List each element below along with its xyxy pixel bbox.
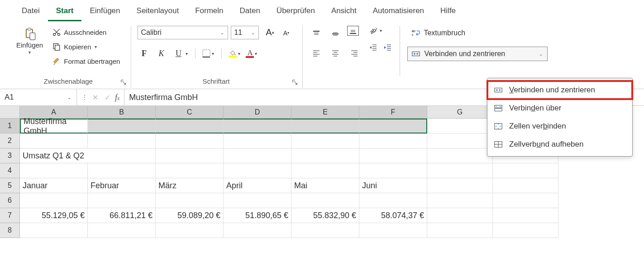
column-header-G[interactable]: G xyxy=(427,106,493,119)
cell-F1[interactable] xyxy=(359,119,427,134)
orientation-button[interactable]: ab ▾ xyxy=(369,26,392,35)
italic-button[interactable]: K xyxy=(155,47,167,60)
font-color-button[interactable]: A ▾ xyxy=(246,49,258,58)
copy-dropdown-caret[interactable]: ▾ xyxy=(94,44,98,49)
tab-start[interactable]: Start xyxy=(48,4,82,21)
cell-F5[interactable]: Juni xyxy=(359,178,427,193)
cell-F4[interactable] xyxy=(359,163,427,178)
copy-button[interactable]: Kopieren ▾ xyxy=(49,41,123,52)
tab-ansicht[interactable]: Ansicht xyxy=(323,4,365,21)
decrease-indent-button[interactable] xyxy=(369,43,378,53)
row-header-1[interactable]: 1 xyxy=(0,119,20,134)
font-size-select[interactable]: 11 ⌄ xyxy=(231,26,259,39)
tab-automatisieren[interactable]: Automatisieren xyxy=(365,4,432,21)
align-middle-button[interactable] xyxy=(328,26,343,42)
cell-F3[interactable] xyxy=(359,148,427,163)
increase-font-button[interactable]: A▴ xyxy=(263,26,276,38)
merge-center-button[interactable]: Verbinden und zentrieren ⌄ xyxy=(407,47,548,61)
cell-D2[interactable] xyxy=(224,134,291,148)
align-right-button[interactable] xyxy=(347,45,362,61)
row-header-3[interactable]: 3 xyxy=(0,148,20,163)
cell-A3[interactable]: Umsatz Q1 & Q2 xyxy=(20,148,88,163)
cell-C2[interactable] xyxy=(156,134,224,148)
increase-indent-button[interactable] xyxy=(383,43,392,53)
select-all-corner[interactable] xyxy=(0,106,20,119)
bold-button[interactable]: F xyxy=(138,47,150,60)
column-header-E[interactable]: E xyxy=(291,106,359,119)
tab-einfuegen[interactable]: Einfügen xyxy=(81,4,128,21)
row-header-5[interactable]: 5 xyxy=(0,178,20,193)
tab-formeln[interactable]: Formeln xyxy=(187,4,231,21)
cell-A7[interactable]: 55.129,05 € xyxy=(20,208,88,223)
cell-D7[interactable]: 51.890,65 € xyxy=(224,208,291,223)
row-header-2[interactable]: 2 xyxy=(0,134,20,148)
cell-F7[interactable]: 58.074,37 € xyxy=(359,208,427,223)
cell-A2[interactable] xyxy=(20,134,88,148)
cell-B4[interactable] xyxy=(88,163,156,178)
underline-button[interactable]: U▾ xyxy=(172,47,189,60)
cell-F8[interactable] xyxy=(359,223,427,238)
cell-G6[interactable] xyxy=(427,193,493,208)
insert-function-button[interactable]: fx xyxy=(115,93,119,102)
cell-A6[interactable] xyxy=(20,193,88,208)
wrap-text-button[interactable]: abc Textumbruch xyxy=(407,26,548,40)
cell-F6[interactable] xyxy=(359,193,427,208)
cell-B2[interactable] xyxy=(88,134,156,148)
merge-cells-item[interactable]: Zellen verbinden xyxy=(487,117,632,135)
accept-formula-button[interactable]: ✓ xyxy=(103,93,112,102)
row-header-7[interactable]: 7 xyxy=(0,208,20,223)
cell-C5[interactable]: März xyxy=(156,178,224,193)
decrease-font-button[interactable]: A▾ xyxy=(280,27,292,39)
clipboard-dialog-launcher[interactable] xyxy=(120,79,127,86)
paste-button[interactable]: Einfügen ▾ xyxy=(14,26,46,57)
cell-D5[interactable]: April xyxy=(224,178,291,193)
format-painter-button[interactable]: Format übertragen xyxy=(49,56,123,67)
tab-seitenlayout[interactable]: Seitenlayout xyxy=(129,4,187,21)
cell-E1[interactable] xyxy=(291,119,359,134)
cell-E8[interactable] xyxy=(291,223,359,238)
align-bottom-button[interactable] xyxy=(347,26,359,36)
borders-button[interactable]: ▾ xyxy=(202,49,215,58)
cell-B5[interactable]: Februar xyxy=(88,178,156,193)
cell-E2[interactable] xyxy=(291,134,359,148)
cell-A4[interactable] xyxy=(20,163,88,178)
cut-button[interactable]: Ausschneiden xyxy=(49,27,123,38)
cell-D3[interactable] xyxy=(224,148,291,163)
cell-A8[interactable] xyxy=(20,223,88,238)
cell-G3[interactable] xyxy=(427,148,493,163)
cell-E6[interactable] xyxy=(291,193,359,208)
cell-C1[interactable] xyxy=(156,119,224,134)
tab-hilfe[interactable]: Hilfe xyxy=(432,4,464,21)
cell-E4[interactable] xyxy=(291,163,359,178)
row-header-6[interactable]: 6 xyxy=(0,193,20,208)
cell-D6[interactable] xyxy=(224,193,291,208)
font-name-select[interactable]: Calibri ⌄ xyxy=(138,26,228,39)
merge-across-item[interactable]: Verbinden über xyxy=(487,99,632,117)
cell-G4[interactable] xyxy=(427,163,493,178)
cell-C6[interactable] xyxy=(156,193,224,208)
tab-ueberpruefen[interactable]: Überprüfen xyxy=(268,4,323,21)
cell-H4[interactable] xyxy=(493,163,558,178)
tab-daten[interactable]: Daten xyxy=(231,4,268,21)
cell-F2[interactable] xyxy=(359,134,427,148)
cell-B6[interactable] xyxy=(88,193,156,208)
cell-G1[interactable] xyxy=(427,119,493,134)
cell-G5[interactable] xyxy=(427,178,493,193)
cell-D4[interactable] xyxy=(224,163,291,178)
cell-E7[interactable]: 55.832,90 € xyxy=(291,208,359,223)
cell-H8[interactable] xyxy=(493,223,558,238)
column-header-C[interactable]: C xyxy=(156,106,224,119)
cell-G2[interactable] xyxy=(427,134,493,148)
cell-C4[interactable] xyxy=(156,163,224,178)
cell-B1[interactable] xyxy=(88,119,156,134)
align-center-button[interactable] xyxy=(328,45,343,61)
column-header-B[interactable]: B xyxy=(88,106,156,119)
cell-A5[interactable]: Januar xyxy=(20,178,88,193)
cell-C8[interactable] xyxy=(156,223,224,238)
column-header-D[interactable]: D xyxy=(224,106,291,119)
merge-and-center-item[interactable]: Verbinden und zentrieren xyxy=(487,81,632,99)
cell-B3[interactable] xyxy=(88,148,156,163)
cell-A1[interactable]: Musterfirma GmbH xyxy=(20,119,88,134)
merge-dropdown-caret[interactable]: ⌄ xyxy=(538,52,544,57)
cell-H7[interactable] xyxy=(493,208,558,223)
